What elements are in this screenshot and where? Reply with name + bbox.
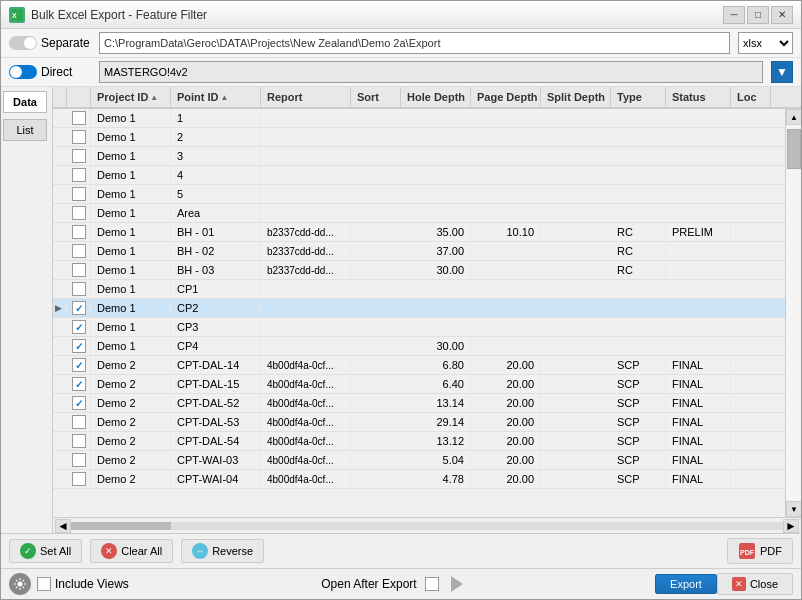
- table-row[interactable]: Demo 1 CP1: [53, 280, 785, 299]
- horizontal-scrollbar[interactable]: ◄ ►: [53, 517, 801, 533]
- row-checkbox-cell[interactable]: [67, 204, 91, 222]
- row-expand[interactable]: [53, 401, 67, 405]
- row-checkbox-cell[interactable]: [67, 280, 91, 298]
- master-input[interactable]: [99, 61, 763, 83]
- row-checkbox[interactable]: [72, 168, 86, 182]
- row-checkbox[interactable]: [72, 149, 86, 163]
- path-input[interactable]: [99, 32, 730, 54]
- row-checkbox-cell[interactable]: [67, 394, 91, 412]
- row-checkbox-cell[interactable]: [67, 356, 91, 374]
- open-after-checkbox[interactable]: [425, 577, 439, 591]
- header-sort[interactable]: Sort: [351, 87, 401, 107]
- header-hole[interactable]: Hole Depth: [401, 87, 471, 107]
- table-row[interactable]: Demo 2 CPT-WAI-04 4b00df4a-0cf... 4.78 2…: [53, 470, 785, 489]
- row-checkbox[interactable]: [72, 187, 86, 201]
- set-all-button[interactable]: ✓ Set All: [9, 539, 82, 563]
- row-expand[interactable]: [53, 439, 67, 443]
- row-checkbox[interactable]: [72, 472, 86, 486]
- row-expand[interactable]: [53, 382, 67, 386]
- pdf-button[interactable]: PDF PDF: [727, 538, 793, 564]
- row-checkbox-cell[interactable]: [67, 223, 91, 241]
- row-expand[interactable]: [53, 211, 67, 215]
- header-point[interactable]: Point ID ▲: [171, 87, 261, 107]
- row-checkbox[interactable]: [72, 434, 86, 448]
- row-checkbox-cell[interactable]: [67, 375, 91, 393]
- row-checkbox[interactable]: [72, 320, 86, 334]
- h-scroll-thumb[interactable]: [71, 522, 171, 530]
- table-row[interactable]: Demo 1 BH - 01 b2337cdd-dd... 35.00 10.1…: [53, 223, 785, 242]
- row-checkbox[interactable]: [72, 130, 86, 144]
- row-expand[interactable]: [53, 173, 67, 177]
- settings-icon[interactable]: [9, 573, 31, 595]
- row-checkbox-cell[interactable]: [67, 413, 91, 431]
- table-row[interactable]: Demo 1 Area: [53, 204, 785, 223]
- reverse-button[interactable]: ↔ Reverse: [181, 539, 264, 563]
- row-expand[interactable]: [53, 363, 67, 367]
- row-checkbox[interactable]: [72, 225, 86, 239]
- row-checkbox[interactable]: [72, 453, 86, 467]
- row-expand[interactable]: [53, 154, 67, 158]
- scroll-left-button[interactable]: ◄: [55, 519, 71, 533]
- row-expand[interactable]: [53, 325, 67, 329]
- row-checkbox[interactable]: [72, 377, 86, 391]
- row-expand[interactable]: [53, 287, 67, 291]
- header-status[interactable]: Status: [666, 87, 731, 107]
- maximize-button[interactable]: □: [747, 6, 769, 24]
- minimize-button[interactable]: ─: [723, 6, 745, 24]
- row-checkbox-cell[interactable]: [67, 242, 91, 260]
- row-expand[interactable]: [53, 135, 67, 139]
- row-expand[interactable]: [53, 344, 67, 348]
- direct-toggle[interactable]: [9, 65, 37, 79]
- row-checkbox[interactable]: [72, 111, 86, 125]
- header-loc[interactable]: Loc: [731, 87, 771, 107]
- table-row[interactable]: Demo 2 CPT-WAI-03 4b00df4a-0cf... 5.04 2…: [53, 451, 785, 470]
- table-row[interactable]: Demo 1 4: [53, 166, 785, 185]
- row-checkbox-cell[interactable]: [67, 432, 91, 450]
- table-row[interactable]: Demo 1 CP3: [53, 318, 785, 337]
- row-checkbox-cell[interactable]: [67, 299, 91, 317]
- include-views-checkbox[interactable]: [37, 577, 51, 591]
- row-expand[interactable]: [53, 268, 67, 272]
- separate-toggle[interactable]: [9, 36, 37, 50]
- row-checkbox[interactable]: [72, 263, 86, 277]
- include-views-label[interactable]: Include Views: [37, 577, 129, 591]
- master-dropdown-button[interactable]: ▼: [771, 61, 793, 83]
- tab-data[interactable]: Data: [3, 91, 50, 113]
- table-row[interactable]: Demo 2 CPT-DAL-53 4b00df4a-0cf... 29.14 …: [53, 413, 785, 432]
- table-row[interactable]: Demo 1 2: [53, 128, 785, 147]
- row-checkbox-cell[interactable]: [67, 337, 91, 355]
- row-checkbox-cell[interactable]: [67, 261, 91, 279]
- vertical-scrollbar[interactable]: ▲ ▼: [785, 109, 801, 517]
- close-button[interactable]: ✕ Close: [717, 573, 793, 595]
- table-row[interactable]: Demo 2 CPT-DAL-54 4b00df4a-0cf... 13.12 …: [53, 432, 785, 451]
- scroll-thumb[interactable]: [787, 129, 801, 169]
- row-checkbox[interactable]: [72, 282, 86, 296]
- table-row[interactable]: ▶ Demo 1 CP2: [53, 299, 785, 318]
- row-expand[interactable]: ▶: [53, 301, 67, 315]
- header-project[interactable]: Project ID ▲: [91, 87, 171, 107]
- row-expand[interactable]: [53, 458, 67, 462]
- header-page[interactable]: Page Depth: [471, 87, 541, 107]
- tab-list[interactable]: List: [3, 119, 50, 141]
- row-expand[interactable]: [53, 116, 67, 120]
- row-checkbox[interactable]: [72, 206, 86, 220]
- row-checkbox-cell[interactable]: [67, 451, 91, 469]
- export-button[interactable]: Export: [655, 574, 717, 594]
- row-checkbox[interactable]: [72, 415, 86, 429]
- row-checkbox[interactable]: [72, 244, 86, 258]
- row-checkbox-cell[interactable]: [67, 185, 91, 203]
- row-expand[interactable]: [53, 477, 67, 481]
- data-tab-button[interactable]: Data: [3, 91, 47, 113]
- row-checkbox[interactable]: [72, 358, 86, 372]
- scroll-track[interactable]: [786, 125, 801, 501]
- table-row[interactable]: Demo 2 CPT-DAL-52 4b00df4a-0cf... 13.14 …: [53, 394, 785, 413]
- row-expand[interactable]: [53, 249, 67, 253]
- table-row[interactable]: Demo 1 3: [53, 147, 785, 166]
- table-row[interactable]: Demo 1 1: [53, 109, 785, 128]
- scroll-down-button[interactable]: ▼: [786, 501, 801, 517]
- table-body[interactable]: Demo 1 1 Demo 1 2: [53, 109, 785, 517]
- scroll-up-button[interactable]: ▲: [786, 109, 801, 125]
- header-type[interactable]: Type: [611, 87, 666, 107]
- row-checkbox-cell[interactable]: [67, 470, 91, 488]
- table-row[interactable]: Demo 1 BH - 02 b2337cdd-dd... 37.00 RC: [53, 242, 785, 261]
